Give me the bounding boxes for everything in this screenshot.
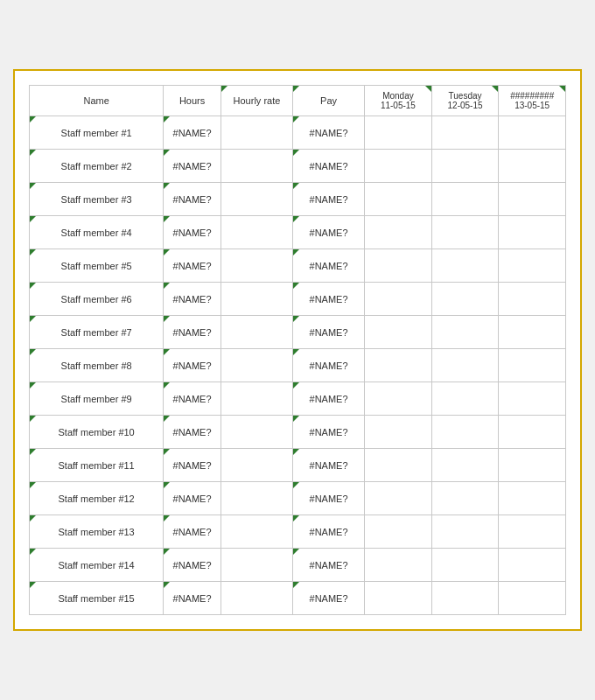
cell-day[interactable] xyxy=(499,216,566,249)
cell-name[interactable]: Staff member #3 xyxy=(30,183,164,216)
cell-day[interactable] xyxy=(431,582,499,615)
cell-name[interactable]: Staff member #11 xyxy=(30,449,164,482)
cell-day[interactable] xyxy=(499,349,566,382)
cell-pay[interactable]: #NAME? xyxy=(293,249,365,283)
cell-name[interactable]: Staff member #14 xyxy=(30,549,164,582)
cell-hourly-rate[interactable] xyxy=(220,349,292,382)
cell-name[interactable]: Staff member #12 xyxy=(30,482,164,515)
cell-hours[interactable]: #NAME? xyxy=(164,382,221,416)
cell-pay[interactable]: #NAME? xyxy=(293,316,365,349)
cell-hours[interactable]: #NAME? xyxy=(164,449,221,482)
cell-day[interactable] xyxy=(365,283,432,316)
cell-hourly-rate[interactable] xyxy=(220,249,292,283)
cell-name[interactable]: Staff member #1 xyxy=(30,116,164,150)
cell-day[interactable] xyxy=(365,150,432,183)
cell-hourly-rate[interactable] xyxy=(220,116,292,150)
cell-day[interactable] xyxy=(365,582,432,615)
cell-day[interactable] xyxy=(365,416,432,449)
cell-hourly-rate[interactable] xyxy=(220,316,292,349)
cell-day[interactable] xyxy=(431,482,499,515)
cell-day[interactable] xyxy=(431,449,499,482)
cell-pay[interactable]: #NAME? xyxy=(293,116,365,150)
cell-day[interactable] xyxy=(431,349,499,382)
cell-day[interactable] xyxy=(499,449,566,482)
cell-day[interactable] xyxy=(499,382,566,416)
cell-day[interactable] xyxy=(365,249,432,283)
cell-hours[interactable]: #NAME? xyxy=(164,283,221,316)
cell-hourly-rate[interactable] xyxy=(220,582,292,615)
cell-day[interactable] xyxy=(431,416,499,449)
cell-day[interactable] xyxy=(365,316,432,349)
cell-pay[interactable]: #NAME? xyxy=(293,582,365,615)
cell-hours[interactable]: #NAME? xyxy=(164,150,221,183)
cell-day[interactable] xyxy=(365,549,432,582)
cell-hourly-rate[interactable] xyxy=(220,449,292,482)
cell-pay[interactable]: #NAME? xyxy=(293,382,365,416)
cell-pay[interactable]: #NAME? xyxy=(293,150,365,183)
cell-day[interactable] xyxy=(499,116,566,150)
cell-pay[interactable]: #NAME? xyxy=(293,449,365,482)
cell-day[interactable] xyxy=(431,283,499,316)
cell-day[interactable] xyxy=(431,249,499,283)
cell-hours[interactable]: #NAME? xyxy=(164,515,221,549)
cell-day[interactable] xyxy=(499,482,566,515)
cell-day[interactable] xyxy=(431,183,499,216)
cell-name[interactable]: Staff member #13 xyxy=(30,515,164,549)
cell-pay[interactable]: #NAME? xyxy=(293,216,365,249)
cell-day[interactable] xyxy=(431,216,499,249)
cell-day[interactable] xyxy=(365,349,432,382)
cell-day[interactable] xyxy=(431,116,499,150)
cell-day[interactable] xyxy=(431,316,499,349)
cell-pay[interactable]: #NAME? xyxy=(293,283,365,316)
cell-pay[interactable]: #NAME? xyxy=(293,416,365,449)
cell-hours[interactable]: #NAME? xyxy=(164,249,221,283)
cell-hourly-rate[interactable] xyxy=(220,549,292,582)
cell-name[interactable]: Staff member #6 xyxy=(30,283,164,316)
cell-name[interactable]: Staff member #2 xyxy=(30,150,164,183)
cell-pay[interactable]: #NAME? xyxy=(293,349,365,382)
cell-pay[interactable]: #NAME? xyxy=(293,482,365,515)
cell-name[interactable]: Staff member #15 xyxy=(30,582,164,615)
cell-hours[interactable]: #NAME? xyxy=(164,116,221,150)
cell-hourly-rate[interactable] xyxy=(220,183,292,216)
cell-day[interactable] xyxy=(499,283,566,316)
cell-hours[interactable]: #NAME? xyxy=(164,582,221,615)
cell-hourly-rate[interactable] xyxy=(220,150,292,183)
cell-hourly-rate[interactable] xyxy=(220,382,292,416)
cell-hourly-rate[interactable] xyxy=(220,416,292,449)
cell-hours[interactable]: #NAME? xyxy=(164,416,221,449)
cell-hours[interactable]: #NAME? xyxy=(164,183,221,216)
cell-name[interactable]: Staff member #4 xyxy=(30,216,164,249)
cell-hourly-rate[interactable] xyxy=(220,515,292,549)
cell-day[interactable] xyxy=(499,549,566,582)
cell-hourly-rate[interactable] xyxy=(220,482,292,515)
cell-day[interactable] xyxy=(431,549,499,582)
cell-pay[interactable]: #NAME? xyxy=(293,183,365,216)
cell-day[interactable] xyxy=(431,382,499,416)
cell-day[interactable] xyxy=(431,150,499,183)
cell-hours[interactable]: #NAME? xyxy=(164,482,221,515)
cell-pay[interactable]: #NAME? xyxy=(293,549,365,582)
cell-day[interactable] xyxy=(499,249,566,283)
cell-hours[interactable]: #NAME? xyxy=(164,216,221,249)
cell-day[interactable] xyxy=(499,150,566,183)
cell-hourly-rate[interactable] xyxy=(220,283,292,316)
cell-hours[interactable]: #NAME? xyxy=(164,316,221,349)
cell-day[interactable] xyxy=(365,515,432,549)
cell-day[interactable] xyxy=(499,515,566,549)
cell-name[interactable]: Staff member #7 xyxy=(30,316,164,349)
cell-day[interactable] xyxy=(431,515,499,549)
cell-day[interactable] xyxy=(365,183,432,216)
cell-hours[interactable]: #NAME? xyxy=(164,549,221,582)
cell-day[interactable] xyxy=(499,183,566,216)
cell-day[interactable] xyxy=(499,582,566,615)
cell-hourly-rate[interactable] xyxy=(220,216,292,249)
cell-day[interactable] xyxy=(365,216,432,249)
cell-day[interactable] xyxy=(365,449,432,482)
cell-name[interactable]: Staff member #9 xyxy=(30,382,164,416)
cell-name[interactable]: Staff member #10 xyxy=(30,416,164,449)
cell-pay[interactable]: #NAME? xyxy=(293,515,365,549)
cell-day[interactable] xyxy=(499,316,566,349)
cell-name[interactable]: Staff member #8 xyxy=(30,349,164,382)
cell-day[interactable] xyxy=(499,416,566,449)
